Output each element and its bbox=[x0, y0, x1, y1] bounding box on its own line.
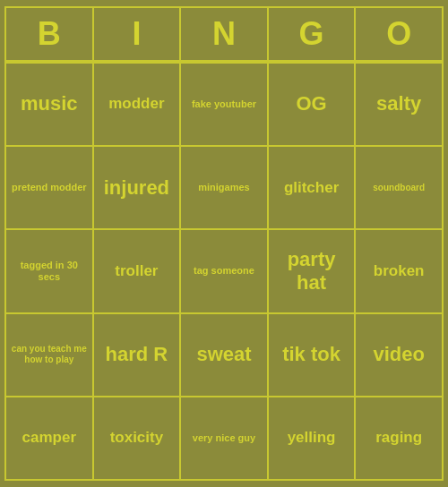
header-letter: O bbox=[356, 8, 442, 60]
bingo-cell: minigames bbox=[181, 147, 269, 228]
header-letter: G bbox=[269, 8, 357, 60]
bingo-cell: toxicity bbox=[94, 397, 182, 479]
header-letter: N bbox=[181, 8, 269, 60]
header-letter: B bbox=[6, 8, 94, 60]
bingo-cell: salty bbox=[356, 64, 442, 145]
bingo-cell: very nice guy bbox=[181, 397, 269, 479]
bingo-card: BINGO musicmodderfake youtuberOGsaltypre… bbox=[4, 6, 444, 481]
bingo-cell: can you teach me how to play bbox=[6, 314, 94, 396]
bingo-cell: tagged in 30 secs bbox=[6, 230, 94, 312]
bingo-header: BINGO bbox=[6, 8, 442, 62]
bingo-cell: party hat bbox=[269, 230, 357, 312]
bingo-cell: troller bbox=[94, 230, 182, 312]
bingo-row: pretend modderinjuredminigamesglitcherso… bbox=[6, 145, 442, 228]
bingo-cell: fake youtuber bbox=[181, 64, 269, 145]
bingo-cell: pretend modder bbox=[6, 147, 94, 228]
bingo-cell: video bbox=[356, 314, 442, 396]
bingo-cell: injured bbox=[94, 147, 182, 228]
bingo-cell: modder bbox=[94, 64, 182, 145]
bingo-cell: hard R bbox=[94, 314, 182, 396]
bingo-cell: broken bbox=[356, 230, 442, 312]
bingo-cell: glitcher bbox=[269, 147, 357, 228]
bingo-cell: yelling bbox=[269, 397, 357, 479]
bingo-row: tagged in 30 secstrollertag someoneparty… bbox=[6, 228, 442, 312]
bingo-cell: tik tok bbox=[269, 314, 357, 396]
bingo-cell: raging bbox=[356, 397, 442, 479]
bingo-cell: camper bbox=[6, 397, 94, 479]
bingo-row: musicmodderfake youtuberOGsalty bbox=[6, 62, 442, 145]
bingo-cell: tag someone bbox=[181, 230, 269, 312]
bingo-cell: soundboard bbox=[356, 147, 442, 228]
bingo-row: campertoxicityvery nice guyyellingraging bbox=[6, 396, 442, 479]
bingo-cell: sweat bbox=[181, 314, 269, 396]
bingo-cell: OG bbox=[269, 64, 357, 145]
header-letter: I bbox=[94, 8, 182, 60]
bingo-row: can you teach me how to playhard Rsweatt… bbox=[6, 312, 442, 396]
bingo-cell: music bbox=[6, 64, 94, 145]
bingo-grid: musicmodderfake youtuberOGsaltypretend m… bbox=[6, 62, 442, 479]
